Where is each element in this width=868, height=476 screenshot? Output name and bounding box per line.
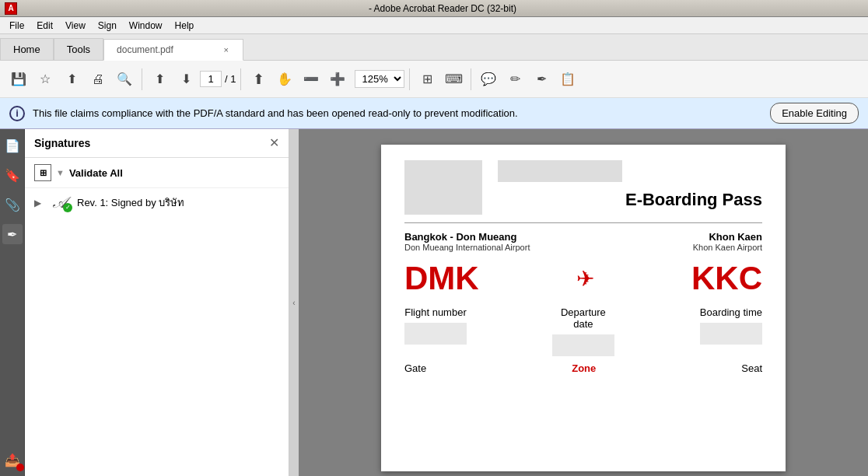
hand-tool-button[interactable]: ✋: [272, 67, 297, 92]
divider-1: [404, 222, 762, 223]
search-button[interactable]: 🔍: [112, 67, 137, 92]
nav-signatures-icon[interactable]: ✒: [2, 224, 23, 244]
validate-all-button[interactable]: ⊞ ▼ Validate All: [34, 164, 123, 181]
notification-bar: i This file claims compliance with the P…: [0, 98, 868, 129]
passenger-name-field: [498, 160, 622, 182]
sig-icon: 𝒜 ✓: [47, 195, 71, 211]
menu-help[interactable]: Help: [169, 19, 201, 33]
prev-page-button[interactable]: ⬆: [147, 67, 172, 92]
tab-tools[interactable]: Tools: [54, 38, 103, 60]
print-button[interactable]: 🖨: [86, 67, 110, 92]
page-number-input[interactable]: 1: [200, 71, 222, 87]
panel-close-button[interactable]: ✕: [269, 137, 279, 149]
airport-from: Bangkok - Don Mueang Don Mueang Internat…: [404, 231, 530, 252]
zoom-in-button[interactable]: ➕: [325, 67, 350, 92]
airport-to-full: Khon Kaen Airport: [693, 243, 762, 252]
tab-document-label: document.pdf: [117, 44, 173, 55]
zoom-out-button[interactable]: ➖: [299, 67, 324, 92]
notification-text: This file claims compliance with the PDF…: [33, 107, 762, 119]
panel-collapse-handle[interactable]: ‹: [289, 129, 299, 476]
tab-bar: Home Tools document.pdf ×: [0, 34, 868, 61]
page-total: / 1: [225, 73, 236, 85]
title-bar: A - Adobe Acrobat Reader DC (32-bit): [0, 0, 868, 17]
boarding-pass-header: E-Boarding Pass: [404, 160, 762, 215]
title-bar-text: - Adobe Acrobat Reader DC (32-bit): [22, 3, 863, 14]
sign-button[interactable]: ✒: [529, 67, 554, 92]
flight-info-row: Flight number Departuredate Boarding tim…: [404, 306, 762, 356]
separator-4: [471, 68, 471, 90]
boarding-time-col: Boarding time: [700, 306, 762, 356]
more-button[interactable]: 📋: [555, 67, 580, 92]
airport-to: Khon Kaen Khon Kaen Airport: [693, 231, 762, 252]
departure-code: DMK: [404, 260, 479, 297]
comment-button[interactable]: 💬: [476, 67, 501, 92]
flight-number-label: Flight number: [404, 306, 466, 318]
pdf-page: E-Boarding Pass Bangkok - Don Mueang Don…: [381, 145, 786, 471]
app-icon: A: [5, 2, 17, 15]
share-button[interactable]: ⬆: [59, 67, 84, 92]
nav-pages-icon[interactable]: 📄: [2, 135, 23, 156]
validate-icon: ⊞: [34, 164, 51, 181]
toolbar: 💾 ☆ ⬆ 🖨 🔍 ⬆ ⬇ 1 / 1 ⬆ ✋ ➖ ➕ 125% 100% 75…: [0, 61, 868, 98]
menu-window[interactable]: Window: [123, 19, 169, 33]
menu-bar: File Edit View Sign Window Help: [0, 17, 868, 34]
export-badge: [16, 464, 24, 471]
main-area: 📄 🔖 📎 ✒ 📤 Signatures ✕ ⊞ ▼ Validate All: [0, 129, 868, 476]
draw-button[interactable]: ✏: [502, 67, 527, 92]
cursor-tool-button[interactable]: ⬆: [246, 67, 271, 92]
menu-sign[interactable]: Sign: [92, 19, 123, 33]
panel-header: Signatures ✕: [25, 129, 289, 158]
sig-expand-icon: ▶: [34, 198, 41, 208]
fit-page-button[interactable]: ⊞: [415, 67, 439, 92]
panel-title: Signatures: [34, 137, 90, 149]
codes-row: DMK ✈ KKC: [404, 260, 762, 297]
airport-from-name: Bangkok - Don Mueang: [404, 231, 530, 243]
next-page-button[interactable]: ⬇: [173, 67, 198, 92]
bottom-row: Gate Zone Seat: [404, 362, 762, 374]
gate-label: Gate: [404, 362, 426, 374]
page-navigation: 1 / 1: [200, 71, 236, 87]
enable-editing-button[interactable]: Enable Editing: [770, 103, 859, 124]
pdf-area[interactable]: E-Boarding Pass Bangkok - Don Mueang Don…: [299, 129, 868, 476]
separator-2: [240, 68, 241, 90]
bookmark-button[interactable]: ☆: [33, 67, 58, 92]
plane-icon: ✈: [576, 266, 594, 292]
airline-logo: [404, 160, 482, 215]
tab-document[interactable]: document.pdf ×: [103, 39, 243, 61]
boarding-time-label: Boarding time: [700, 306, 762, 318]
zoom-select[interactable]: 125% 100% 75% 150%: [355, 70, 404, 88]
nav-attachments-icon[interactable]: 📎: [2, 194, 23, 215]
airport-to-name: Khon Kaen: [693, 231, 762, 243]
save-button[interactable]: 💾: [6, 67, 31, 92]
info-icon: i: [9, 106, 25, 121]
boarding-title-area: E-Boarding Pass: [498, 160, 762, 210]
nav-export-icon[interactable]: 📤: [2, 450, 23, 470]
zone-label: Zone: [572, 362, 596, 374]
arrival-code: KKC: [691, 260, 762, 297]
keyboard-button[interactable]: ⌨: [441, 67, 466, 92]
validate-all-label: Validate All: [69, 167, 123, 179]
departure-date-value: [552, 334, 614, 356]
tab-close-button[interactable]: ×: [222, 45, 230, 54]
nav-bookmarks-icon[interactable]: 🔖: [2, 165, 23, 185]
separator-1: [142, 68, 142, 90]
zoom-control: 125% 100% 75% 150%: [355, 70, 404, 88]
separator-3: [409, 68, 410, 90]
boarding-time-value: [700, 323, 762, 345]
tab-tools-label: Tools: [67, 44, 90, 55]
left-sidebar-icons: 📄 🔖 📎 ✒ 📤: [0, 129, 25, 476]
departure-date-col: Departuredate: [552, 306, 614, 356]
tab-home[interactable]: Home: [0, 38, 54, 60]
tab-home-label: Home: [13, 44, 40, 55]
seat-label: Seat: [741, 362, 762, 374]
airports-row: Bangkok - Don Mueang Don Mueang Internat…: [404, 231, 762, 252]
signatures-panel: Signatures ✕ ⊞ ▼ Validate All ▶ 𝒜 ✓ Rev.…: [25, 129, 289, 476]
menu-edit[interactable]: Edit: [30, 19, 59, 33]
sig-valid-icon: ✓: [63, 203, 72, 212]
boarding-pass-title: E-Boarding Pass: [498, 190, 762, 210]
signature-item[interactable]: ▶ 𝒜 ✓ Rev. 1: Signed by บริษัท: [25, 188, 289, 217]
menu-view[interactable]: View: [59, 19, 92, 33]
sig-label: Rev. 1: Signed by บริษัท: [77, 194, 184, 211]
menu-file[interactable]: File: [3, 19, 30, 33]
flight-number-col: Flight number: [404, 306, 467, 356]
